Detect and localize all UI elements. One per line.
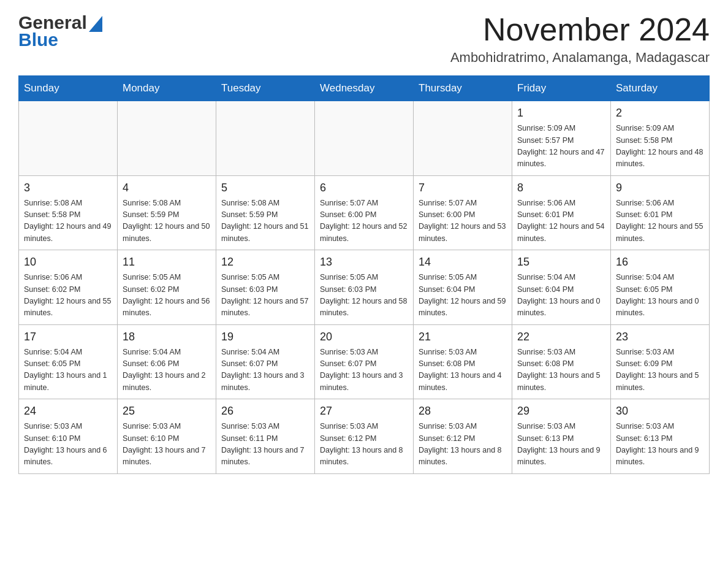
- calendar-cell: 27Sunrise: 5:03 AM Sunset: 6:12 PM Dayli…: [315, 399, 414, 474]
- day-number: 14: [419, 254, 507, 270]
- calendar-cell: 7Sunrise: 5:07 AM Sunset: 6:00 PM Daylig…: [414, 175, 512, 250]
- day-number: 10: [24, 254, 112, 270]
- day-info: Sunrise: 5:08 AM Sunset: 5:59 PM Dayligh…: [123, 197, 211, 245]
- calendar-cell: 30Sunrise: 5:03 AM Sunset: 6:13 PM Dayli…: [611, 399, 710, 474]
- calendar-cell: 8Sunrise: 5:06 AM Sunset: 6:01 PM Daylig…: [512, 175, 611, 250]
- day-info: Sunrise: 5:08 AM Sunset: 5:58 PM Dayligh…: [24, 197, 112, 245]
- day-info: Sunrise: 5:03 AM Sunset: 6:08 PM Dayligh…: [419, 347, 507, 394]
- day-info: Sunrise: 5:04 AM Sunset: 6:05 PM Dayligh…: [24, 347, 112, 394]
- week-row-4: 17Sunrise: 5:04 AM Sunset: 6:05 PM Dayli…: [19, 324, 710, 399]
- week-row-2: 3Sunrise: 5:08 AM Sunset: 5:58 PM Daylig…: [19, 175, 710, 250]
- day-info: Sunrise: 5:03 AM Sunset: 6:09 PM Dayligh…: [616, 347, 704, 394]
- day-number: 6: [320, 180, 408, 196]
- day-number: 23: [616, 329, 704, 345]
- day-info: Sunrise: 5:08 AM Sunset: 5:59 PM Dayligh…: [221, 197, 309, 245]
- day-number: 7: [419, 180, 507, 196]
- day-number: 9: [616, 180, 704, 196]
- calendar-cell: 12Sunrise: 5:05 AM Sunset: 6:03 PM Dayli…: [216, 250, 315, 325]
- day-info: Sunrise: 5:03 AM Sunset: 6:07 PM Dayligh…: [320, 347, 408, 394]
- day-number: 24: [24, 403, 112, 419]
- day-info: Sunrise: 5:09 AM Sunset: 5:58 PM Dayligh…: [616, 123, 704, 170]
- day-number: 25: [123, 403, 211, 419]
- week-row-3: 10Sunrise: 5:06 AM Sunset: 6:02 PM Dayli…: [19, 250, 710, 325]
- day-number: 27: [320, 403, 408, 419]
- day-info: Sunrise: 5:03 AM Sunset: 6:13 PM Dayligh…: [517, 421, 605, 469]
- day-number: 3: [24, 180, 112, 196]
- day-number: 22: [517, 329, 605, 345]
- calendar-cell: [118, 101, 216, 176]
- calendar-cell: 14Sunrise: 5:05 AM Sunset: 6:04 PM Dayli…: [414, 250, 512, 325]
- calendar-cell: 5Sunrise: 5:08 AM Sunset: 5:59 PM Daylig…: [216, 175, 315, 250]
- calendar-cell: [19, 101, 118, 176]
- weekday-header-sunday: Sunday: [19, 76, 118, 101]
- day-number: 11: [123, 254, 211, 270]
- logo-blue-text: Blue: [18, 29, 102, 50]
- calendar-table: SundayMondayTuesdayWednesdayThursdayFrid…: [18, 75, 710, 474]
- day-number: 29: [517, 403, 605, 419]
- day-info: Sunrise: 5:03 AM Sunset: 6:12 PM Dayligh…: [320, 421, 408, 469]
- calendar-cell: 29Sunrise: 5:03 AM Sunset: 6:13 PM Dayli…: [512, 399, 611, 474]
- day-number: 15: [517, 254, 605, 270]
- month-title: November 2024: [450, 12, 710, 47]
- day-info: Sunrise: 5:03 AM Sunset: 6:13 PM Dayligh…: [616, 421, 704, 469]
- calendar-cell: 13Sunrise: 5:05 AM Sunset: 6:03 PM Dayli…: [315, 250, 414, 325]
- calendar-cell: 18Sunrise: 5:04 AM Sunset: 6:06 PM Dayli…: [118, 324, 216, 399]
- calendar-cell: [216, 101, 315, 176]
- calendar-cell: 17Sunrise: 5:04 AM Sunset: 6:05 PM Dayli…: [19, 324, 118, 399]
- day-info: Sunrise: 5:03 AM Sunset: 6:11 PM Dayligh…: [221, 421, 309, 469]
- calendar-cell: 4Sunrise: 5:08 AM Sunset: 5:59 PM Daylig…: [118, 175, 216, 250]
- calendar-cell: 11Sunrise: 5:05 AM Sunset: 6:02 PM Dayli…: [118, 250, 216, 325]
- day-info: Sunrise: 5:04 AM Sunset: 6:07 PM Dayligh…: [221, 347, 309, 394]
- location-subtitle: Ambohidratrimo, Analamanga, Madagascar: [450, 50, 710, 66]
- week-row-1: 1Sunrise: 5:09 AM Sunset: 5:57 PM Daylig…: [19, 101, 710, 176]
- header: General Blue November 2024 Ambohidratrim…: [18, 12, 710, 66]
- calendar-cell: 6Sunrise: 5:07 AM Sunset: 6:00 PM Daylig…: [315, 175, 414, 250]
- day-number: 13: [320, 254, 408, 270]
- calendar-cell: 22Sunrise: 5:03 AM Sunset: 6:08 PM Dayli…: [512, 324, 611, 399]
- day-info: Sunrise: 5:05 AM Sunset: 6:03 PM Dayligh…: [221, 272, 309, 320]
- day-number: 12: [221, 254, 309, 270]
- weekday-header-wednesday: Wednesday: [315, 76, 414, 101]
- weekday-header-thursday: Thursday: [414, 76, 512, 101]
- day-info: Sunrise: 5:04 AM Sunset: 6:06 PM Dayligh…: [123, 347, 211, 394]
- calendar-cell: 1Sunrise: 5:09 AM Sunset: 5:57 PM Daylig…: [512, 101, 611, 176]
- day-number: 5: [221, 180, 309, 196]
- day-number: 8: [517, 180, 605, 196]
- day-info: Sunrise: 5:07 AM Sunset: 6:00 PM Dayligh…: [419, 197, 507, 245]
- day-info: Sunrise: 5:03 AM Sunset: 6:10 PM Dayligh…: [123, 421, 211, 469]
- calendar-cell: 16Sunrise: 5:04 AM Sunset: 6:05 PM Dayli…: [611, 250, 710, 325]
- day-number: 19: [221, 329, 309, 345]
- weekday-header-friday: Friday: [512, 76, 611, 101]
- calendar-cell: 28Sunrise: 5:03 AM Sunset: 6:12 PM Dayli…: [414, 399, 512, 474]
- day-number: 2: [616, 105, 704, 121]
- logo: General Blue: [18, 12, 102, 50]
- day-info: Sunrise: 5:04 AM Sunset: 6:04 PM Dayligh…: [517, 272, 605, 320]
- day-number: 4: [123, 180, 211, 196]
- calendar-cell: 19Sunrise: 5:04 AM Sunset: 6:07 PM Dayli…: [216, 324, 315, 399]
- weekday-header-saturday: Saturday: [611, 76, 710, 101]
- weekday-header-tuesday: Tuesday: [216, 76, 315, 101]
- day-info: Sunrise: 5:03 AM Sunset: 6:08 PM Dayligh…: [517, 347, 605, 394]
- calendar-cell: 26Sunrise: 5:03 AM Sunset: 6:11 PM Dayli…: [216, 399, 315, 474]
- day-info: Sunrise: 5:05 AM Sunset: 6:02 PM Dayligh…: [123, 272, 211, 320]
- calendar-cell: 15Sunrise: 5:04 AM Sunset: 6:04 PM Dayli…: [512, 250, 611, 325]
- calendar-cell: [315, 101, 414, 176]
- calendar-cell: 3Sunrise: 5:08 AM Sunset: 5:58 PM Daylig…: [19, 175, 118, 250]
- calendar-cell: 21Sunrise: 5:03 AM Sunset: 6:08 PM Dayli…: [414, 324, 512, 399]
- day-info: Sunrise: 5:03 AM Sunset: 6:12 PM Dayligh…: [419, 421, 507, 469]
- calendar-cell: 25Sunrise: 5:03 AM Sunset: 6:10 PM Dayli…: [118, 399, 216, 474]
- title-area: November 2024 Ambohidratrimo, Analamanga…: [450, 12, 710, 66]
- day-info: Sunrise: 5:04 AM Sunset: 6:05 PM Dayligh…: [616, 272, 704, 320]
- calendar-cell: 24Sunrise: 5:03 AM Sunset: 6:10 PM Dayli…: [19, 399, 118, 474]
- day-number: 20: [320, 329, 408, 345]
- day-info: Sunrise: 5:06 AM Sunset: 6:01 PM Dayligh…: [517, 197, 605, 245]
- day-number: 18: [123, 329, 211, 345]
- calendar-cell: 9Sunrise: 5:06 AM Sunset: 6:01 PM Daylig…: [611, 175, 710, 250]
- week-row-5: 24Sunrise: 5:03 AM Sunset: 6:10 PM Dayli…: [19, 399, 710, 474]
- calendar-cell: [414, 101, 512, 176]
- weekday-header-monday: Monday: [118, 76, 216, 101]
- day-info: Sunrise: 5:09 AM Sunset: 5:57 PM Dayligh…: [517, 123, 605, 170]
- day-number: 17: [24, 329, 112, 345]
- calendar-cell: 23Sunrise: 5:03 AM Sunset: 6:09 PM Dayli…: [611, 324, 710, 399]
- day-number: 16: [616, 254, 704, 270]
